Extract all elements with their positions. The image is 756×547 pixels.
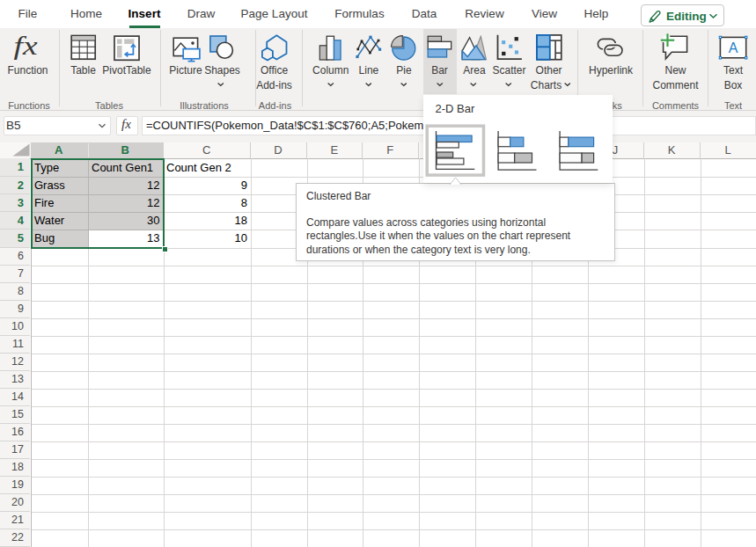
svg-text:fx: fx (14, 32, 39, 60)
svg-text:A: A (729, 40, 738, 55)
